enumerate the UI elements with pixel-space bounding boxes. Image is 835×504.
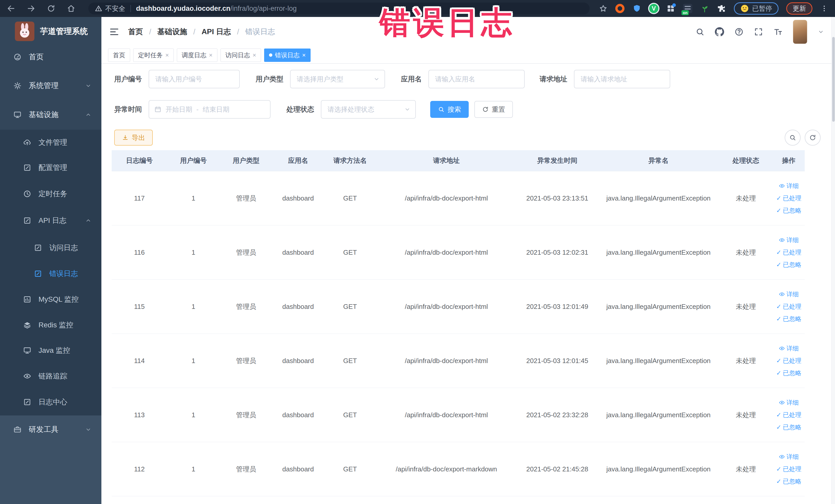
sidebar-item-api-log[interactable]: API 日志	[0, 208, 101, 234]
cell-user-type: 管理员	[220, 248, 272, 257]
filter-row-1: 用户编号 用户类型 请选择用户类型 应用名 请求地址	[114, 70, 670, 88]
app-logo[interactable]: 芋道管理系统	[15, 22, 88, 41]
github-icon[interactable]	[715, 27, 724, 37]
detail-link[interactable]: 详细	[779, 236, 799, 244]
user-avatar[interactable]	[793, 20, 807, 44]
check-icon: ✓	[776, 424, 781, 430]
extension-on-icon[interactable]: on	[683, 4, 692, 13]
help-icon[interactable]	[734, 27, 744, 37]
cell-exception-name: java.lang.IllegalArgumentException	[598, 194, 719, 202]
sidebar-item-tracing[interactable]: 链路追踪	[0, 363, 101, 389]
scrollbar-thumb[interactable]	[832, 37, 835, 122]
detail-link[interactable]: 详细	[779, 182, 799, 190]
browser-menu-icon[interactable]	[820, 4, 828, 13]
fullscreen-icon[interactable]	[754, 27, 763, 37]
ignored-link[interactable]: ✓已忽略	[776, 423, 801, 431]
end-date-placeholder: 结束日期	[203, 105, 229, 114]
processed-link[interactable]: ✓已处理	[776, 302, 801, 311]
breadcrumb-home[interactable]: 首页	[128, 27, 143, 37]
address-bar[interactable]: 不安全 dashboard.yudao.iocoder.cn/infra/log…	[88, 3, 590, 14]
breadcrumb-api-log[interactable]: API 日志	[202, 27, 231, 37]
detail-link[interactable]: 详细	[779, 344, 799, 352]
processed-link[interactable]: ✓已处理	[776, 248, 801, 257]
font-size-icon[interactable]	[773, 27, 782, 37]
sidebar-item-redis-monitor[interactable]: Redis 监控	[0, 312, 101, 338]
sidebar-item-scheduled-jobs[interactable]: 定时任务	[0, 181, 101, 207]
back-icon[interactable]	[7, 4, 15, 13]
extension-grid-icon[interactable]	[666, 4, 675, 13]
export-button[interactable]: 导出	[114, 130, 153, 146]
user-id-input[interactable]	[149, 70, 240, 88]
update-button[interactable]: 更新	[786, 2, 812, 15]
paused-profile-badge[interactable]: 已暂停	[734, 2, 778, 15]
processed-link[interactable]: ✓已处理	[776, 465, 801, 473]
sidebar-item-access-log[interactable]: 访问日志	[0, 235, 101, 261]
search-icon[interactable]	[695, 27, 705, 37]
tab-home[interactable]: 首页	[108, 48, 130, 62]
request-url-input[interactable]	[574, 70, 670, 88]
download-icon	[122, 134, 128, 141]
sidebar-item-infra[interactable]: 基础设施	[0, 102, 101, 127]
refresh-table-button[interactable]	[805, 130, 821, 146]
reload-icon[interactable]	[47, 4, 56, 13]
scrollbar[interactable]	[831, 17, 835, 504]
close-icon[interactable]: ×	[252, 52, 256, 58]
close-icon[interactable]: ×	[209, 52, 212, 58]
search-button[interactable]: 搜索	[430, 101, 469, 118]
reset-button[interactable]: 重置	[474, 101, 513, 118]
browser-toolbar: 不安全 dashboard.yudao.iocoder.cn/infra/log…	[0, 0, 835, 17]
check-icon: ✓	[776, 370, 781, 376]
close-icon[interactable]: ×	[165, 52, 169, 58]
sidebar-toggle-icon[interactable]	[109, 27, 119, 37]
table-row: 115 1 管理员 dashboard GET /api/infra/db-do…	[111, 280, 805, 334]
sidebar-item-java-monitor[interactable]: Java 监控	[0, 338, 101, 363]
user-menu-caret-icon[interactable]	[817, 28, 824, 35]
extensions-puzzle-icon[interactable]	[717, 4, 726, 13]
cell-log-id: 113	[111, 411, 167, 419]
sidebar-item-system[interactable]: 系统管理	[0, 73, 101, 99]
processed-link[interactable]: ✓已处理	[776, 411, 801, 419]
user-type-select[interactable]: 请选择用户类型	[290, 70, 385, 88]
tab-error-log[interactable]: 错误日志 ×	[264, 48, 311, 62]
ignored-link[interactable]: ✓已忽略	[776, 261, 801, 269]
sidebar-item-dev-tools[interactable]: 研发工具	[0, 417, 101, 442]
detail-link[interactable]: 详细	[779, 452, 799, 461]
toggle-search-button[interactable]	[785, 130, 801, 146]
sidebar-item-mysql-monitor[interactable]: MySQL 监控	[0, 286, 101, 312]
breadcrumb-current: 错误日志	[245, 27, 275, 37]
bookmark-star-icon[interactable]	[599, 4, 608, 13]
processed-link[interactable]: ✓已处理	[776, 194, 801, 202]
extension-v-icon[interactable]: V	[649, 4, 658, 13]
sidebar-item-log-center[interactable]: 日志中心	[0, 389, 101, 415]
sidebar-item-file-manage[interactable]: 文件管理	[0, 130, 101, 155]
check-icon: ✓	[776, 207, 781, 214]
extension-orange-icon[interactable]	[615, 4, 625, 13]
close-icon[interactable]: ×	[302, 52, 306, 58]
sidebar-item-home[interactable]: 首页	[0, 44, 101, 70]
sidebar-item-config-manage[interactable]: 配置管理	[0, 155, 101, 181]
detail-link[interactable]: 详细	[779, 399, 799, 407]
ignored-link[interactable]: ✓已忽略	[776, 315, 801, 323]
forward-icon[interactable]	[27, 4, 36, 13]
detail-link[interactable]: 详细	[779, 290, 799, 298]
ignored-link[interactable]: ✓已忽略	[776, 477, 801, 485]
date-range-picker[interactable]: 开始日期 - 结束日期	[149, 100, 270, 119]
cell-log-id: 114	[111, 357, 167, 365]
tab-access-log[interactable]: 访问日志 ×	[221, 48, 261, 62]
process-status-select[interactable]: 请选择处理状态	[321, 100, 416, 119]
ignored-link[interactable]: ✓已忽略	[776, 206, 801, 215]
line	[685, 8, 691, 9]
breadcrumb-infra[interactable]: 基础设施	[157, 27, 187, 37]
ignored-link[interactable]: ✓已忽略	[776, 369, 801, 377]
tab-scheduled-jobs[interactable]: 定时任务 ×	[133, 48, 174, 62]
detail-label: 详细	[787, 452, 799, 461]
extension-shield-icon[interactable]	[632, 4, 641, 13]
extension-sprout-icon[interactable]	[700, 4, 709, 13]
app-name-input[interactable]	[428, 70, 525, 88]
tab-schedule-log[interactable]: 调度日志 ×	[177, 48, 218, 62]
processed-link[interactable]: ✓已处理	[776, 357, 801, 365]
browser-home-icon[interactable]	[67, 4, 76, 13]
cell-user-id: 1	[167, 303, 220, 311]
sidebar-item-error-log[interactable]: 错误日志	[0, 261, 101, 286]
col-exception-time: 异常发生时间	[516, 156, 598, 165]
